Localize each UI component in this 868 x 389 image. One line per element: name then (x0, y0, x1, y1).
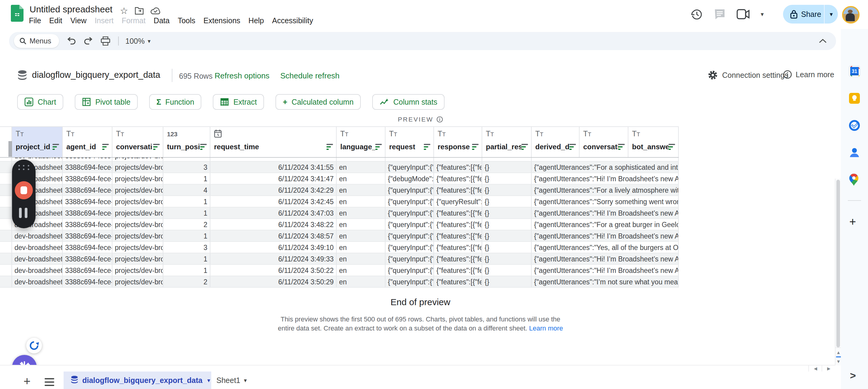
column-header-response[interactable]: TTresponse (434, 127, 482, 157)
cell-request[interactable] (385, 158, 434, 161)
cell-language_[interactable]: en (337, 207, 385, 218)
cell-language_[interactable]: en (337, 173, 385, 184)
cell-partial_res[interactable]: {} (482, 207, 532, 218)
filter-icon[interactable] (521, 144, 529, 150)
cell-derived_data[interactable]: {"agentUtterances":"For a great burger i… (532, 219, 679, 230)
collapse-toolbar-icon[interactable] (818, 38, 827, 44)
cell-request_time[interactable]: 6/11/2024 3:42:29 (210, 184, 337, 196)
cell-request_time[interactable]: 6/11/2024 3:41:47 (210, 173, 337, 184)
refresh-preview-button[interactable] (26, 338, 42, 353)
cell-request[interactable]: {"queryInput":{"la (385, 230, 434, 241)
cell-conversati[interactable]: projects/dev-bro (113, 184, 163, 196)
cell-response[interactable]: {"queryResult":{"a (434, 196, 482, 207)
cell-partial_res[interactable]: {} (482, 161, 532, 173)
function-button[interactable]: ΣFunction (149, 94, 202, 110)
cell-request[interactable]: {"queryInput":{"la (385, 242, 434, 253)
cell-request[interactable]: {"queryInput":{"la (385, 184, 434, 196)
cell-partial_res[interactable]: {} (482, 276, 532, 287)
connection-settings-link[interactable]: Connection settings (708, 70, 788, 80)
cell-turn_positi[interactable]: 4 (163, 184, 210, 196)
cell-language_[interactable]: en (337, 276, 385, 287)
cell-derived_data[interactable]: {"agentUtterances":"Hi! I’m Broadsheet’s… (532, 265, 679, 276)
get-addons-button[interactable]: + (849, 215, 856, 228)
cell-request_time[interactable]: 6/11/2024 3:50:22 (210, 265, 337, 276)
cell-project_id[interactable]: dev-broadsheet (12, 265, 63, 276)
table-row[interactable]: dev-broadsheet3388c694-fece-4projects/de… (0, 158, 679, 161)
all-sheets-menu-icon[interactable] (44, 378, 54, 386)
cell-project_id[interactable]: dev-broadsheet (12, 242, 63, 253)
cell-agent_id[interactable]: 3388c694-fece-4 (63, 265, 113, 276)
recording-widget[interactable] (12, 159, 36, 228)
keep-app-icon[interactable] (848, 92, 861, 104)
cell-response[interactable]: {"features":[{"feat (434, 161, 482, 173)
cell-language_[interactable]: en (337, 242, 385, 253)
cell-derived_data[interactable] (532, 158, 679, 161)
menu-edit[interactable]: Edit (49, 16, 62, 25)
tasks-app-icon[interactable] (848, 119, 861, 132)
filter-icon[interactable] (102, 144, 110, 150)
filter-icon[interactable] (569, 144, 577, 150)
cell-derived_data[interactable]: {"agentUtterances":"For a lively atmosph… (532, 184, 679, 196)
cell-request[interactable]: {"queryInput":{"la (385, 219, 434, 230)
cell-agent_id[interactable]: 3388c694-fece-4 (63, 196, 113, 207)
menu-file[interactable]: File (29, 16, 41, 25)
show-side-panel-icon[interactable]: > (850, 370, 856, 382)
filter-icon[interactable] (472, 144, 480, 150)
cell-request[interactable]: {"queryInput":{"la (385, 276, 434, 287)
cell-derived_data[interactable]: {"agentUtterances":"Hi! I’m Broadsheet’s… (532, 253, 679, 264)
cell-conversati[interactable]: projects/dev-bro (113, 265, 163, 276)
tab-sheet1[interactable]: Sheet1 ▾ (216, 371, 247, 389)
stop-record-button[interactable] (15, 181, 33, 199)
cell-request_time[interactable]: 6/11/2024 3:42:45 (210, 196, 337, 207)
table-row[interactable]: dev-broadsheet3388c694-fece-4projects/de… (0, 276, 679, 288)
cell-response[interactable]: {"features":[{"feat (434, 219, 482, 230)
star-icon[interactable]: ☆ (120, 5, 128, 16)
redo-icon[interactable] (84, 37, 93, 45)
menu-tools[interactable]: Tools (178, 16, 195, 25)
cell-response[interactable]: {"features":[{"feat (434, 184, 482, 196)
filter-icon[interactable] (153, 144, 161, 150)
filter-icon[interactable] (424, 144, 432, 150)
cell-derived_data[interactable]: {"agentUtterances":"Hi! I’m Broadsheet’s… (532, 230, 679, 241)
cell-response[interactable]: {"features":[{"feat (434, 276, 482, 287)
column-stats-button[interactable]: Column stats (372, 94, 444, 110)
cell-conversati[interactable]: projects/dev-bro (113, 173, 163, 184)
cell-partial_res[interactable]: {} (482, 219, 532, 230)
cell-partial_res[interactable]: {} (482, 173, 532, 184)
vertical-scrollbar-thumb[interactable] (836, 180, 840, 348)
cell-request_time[interactable]: 6/11/2024 3:41:55 (210, 161, 337, 173)
column-header-turn_positi[interactable]: 123turn_positi (163, 127, 210, 157)
cell-agent_id[interactable]: 3388c694-fece-4 (63, 173, 113, 184)
menu-view[interactable]: View (70, 16, 87, 25)
cell-language_[interactable]: en (337, 253, 385, 264)
table-row[interactable]: dev-broadsheet3388c694-fece-4projects/de… (0, 161, 679, 173)
table-row[interactable]: dev-broadsheet3388c694-fece-4projects/de… (0, 173, 679, 184)
table-row[interactable]: dev-broadsheet3388c694-fece-4projects/de… (0, 253, 679, 265)
meet-caret-icon[interactable]: ▾ (761, 10, 764, 18)
learn-more-link[interactable]: Learn more (783, 70, 834, 79)
cell-derived_data[interactable]: {"agentUtterances":"For a sophisticated … (532, 161, 679, 173)
zoom-control[interactable]: 100% ▾ (125, 37, 151, 46)
active-tab-caret-icon[interactable]: ▾ (207, 377, 210, 384)
cell-agent_id[interactable]: 3388c694-fece-4 (63, 253, 113, 264)
column-header-request[interactable]: TTrequest (385, 127, 434, 157)
cell-derived_data[interactable]: {"agentUtterances":"I’m not sure what yo… (532, 276, 679, 287)
filter-icon[interactable] (375, 144, 383, 150)
cell-response[interactable]: {"features":[{"feat (434, 265, 482, 276)
cell-response[interactable]: {"features":[{"feat (434, 230, 482, 241)
pivot-table-button[interactable]: Pivot table (75, 94, 138, 110)
print-icon[interactable] (101, 36, 110, 46)
cell-partial_res[interactable]: {} (482, 230, 532, 241)
cell-language_[interactable]: en (337, 265, 385, 276)
scroll-right-icon[interactable]: ▶ (822, 365, 835, 371)
filter-icon[interactable] (200, 144, 208, 150)
cell-agent_id[interactable]: 3388c694-fece-4 (63, 207, 113, 218)
move-folder-icon[interactable] (135, 7, 144, 15)
cell-turn_positi[interactable]: 1 (163, 265, 210, 276)
cell-project_id[interactable]: dev-broadsheet (12, 276, 63, 287)
column-header-conversati[interactable]: TTconversati (113, 127, 163, 157)
cell-request[interactable]: {"queryInput":{"la (385, 196, 434, 207)
menu-help[interactable]: Help (248, 16, 264, 25)
calendar-app-icon[interactable]: 31 (848, 65, 861, 78)
cell-conversati[interactable]: projects/dev-bro (113, 196, 163, 207)
